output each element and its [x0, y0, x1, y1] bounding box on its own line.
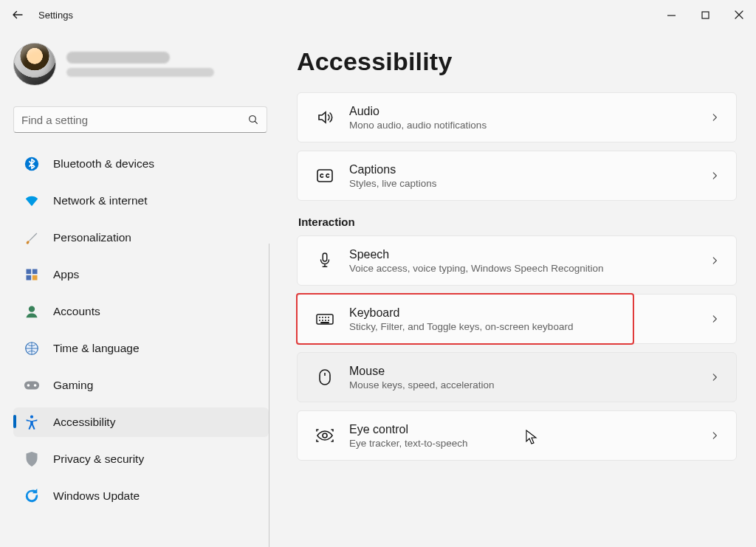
avatar: [13, 43, 56, 86]
card-desc: Mono audio, audio notifications: [349, 120, 487, 131]
card-title: Keyboard: [349, 306, 573, 320]
card-mouse[interactable]: Mouse Mouse keys, speed, acceleration: [297, 352, 737, 402]
divider: [269, 244, 269, 547]
chevron-right-icon: [709, 372, 720, 382]
clock-globe-icon: [24, 340, 40, 357]
card-desc: Voice access, voice typing, Windows Spee…: [349, 263, 603, 274]
apps-icon: [24, 266, 40, 283]
card-keyboard[interactable]: Keyboard Sticky, Filter, and Toggle keys…: [297, 294, 737, 344]
svg-point-12: [30, 416, 33, 419]
card-audio[interactable]: Audio Mono audio, audio notifications: [297, 92, 737, 142]
sidebar-item-label: Time & language: [53, 342, 140, 355]
svg-rect-16: [320, 370, 330, 385]
gamepad-icon: [24, 377, 40, 393]
sidebar-item-label: Privacy & security: [53, 453, 144, 466]
svg-rect-5: [27, 275, 32, 281]
sidebar-item-gaming[interactable]: Gaming: [13, 371, 269, 400]
svg-rect-14: [323, 253, 327, 261]
sidebar-item-label: Windows Update: [53, 489, 140, 503]
svg-point-17: [323, 433, 327, 438]
update-icon: [24, 488, 40, 504]
card-desc: Mouse keys, speed, acceleration: [349, 379, 495, 391]
sidebar-item-label: Personalization: [53, 231, 131, 244]
cursor-icon: [526, 430, 537, 444]
audio-icon: [314, 109, 336, 126]
sidebar-item-apps[interactable]: Apps: [13, 260, 269, 289]
sidebar-item-label: Gaming: [53, 379, 93, 392]
window-title: Settings: [38, 10, 73, 21]
svg-rect-0: [702, 12, 709, 18]
minimize-icon: [667, 11, 676, 19]
nav-list: Bluetooth & devices Network & internet P…: [13, 149, 269, 518]
person-icon: [24, 303, 40, 320]
bluetooth-icon: [24, 156, 40, 172]
sidebar-item-accessibility[interactable]: Accessibility: [13, 407, 269, 437]
wifi-icon: [24, 193, 40, 209]
svg-point-11: [34, 384, 37, 387]
sidebar-item-privacy[interactable]: Privacy & security: [13, 444, 269, 474]
sidebar-item-time-language[interactable]: Time & language: [13, 334, 269, 363]
sidebar-item-label: Accounts: [53, 305, 100, 318]
card-eye-control[interactable]: Eye control Eye tracker, text-to-speech: [297, 410, 737, 461]
chevron-right-icon: [709, 112, 720, 123]
main-content: Accessibility Audio Mono audio, audio no…: [272, 30, 756, 547]
chevron-right-icon: [709, 430, 720, 441]
back-button[interactable]: [4, 1, 31, 28]
svg-rect-9: [24, 382, 39, 390]
sidebar-item-windows-update[interactable]: Windows Update: [13, 481, 269, 511]
sidebar-item-label: Bluetooth & devices: [53, 157, 154, 171]
section-interaction: Interaction: [298, 216, 737, 228]
svg-rect-4: [32, 269, 38, 275]
minimize-button[interactable]: [654, 0, 688, 30]
mouse-icon: [314, 368, 336, 386]
maximize-icon: [701, 11, 709, 19]
eye-icon: [314, 427, 336, 444]
card-captions[interactable]: Captions Styles, live captions: [297, 151, 737, 201]
svg-rect-3: [27, 269, 32, 275]
sidebar-item-accounts[interactable]: Accounts: [13, 297, 269, 326]
sidebar-item-bluetooth[interactable]: Bluetooth & devices: [13, 149, 269, 179]
card-desc: Styles, live captions: [349, 178, 437, 189]
svg-rect-13: [317, 170, 332, 182]
accessibility-icon: [24, 414, 40, 430]
sidebar-item-label: Apps: [53, 268, 79, 281]
search-icon: [247, 114, 259, 125]
user-profile[interactable]: [13, 43, 269, 86]
svg-rect-6: [32, 275, 38, 281]
close-icon: [735, 10, 743, 19]
profile-text: [66, 52, 214, 77]
sidebar-item-network[interactable]: Network & internet: [13, 186, 269, 216]
search-box[interactable]: [13, 106, 267, 133]
sidebar-item-label: Accessibility: [53, 416, 115, 429]
sidebar-item-label: Network & internet: [53, 194, 148, 207]
titlebar: Settings: [0, 0, 756, 30]
card-title: Eye control: [349, 422, 468, 436]
search-input[interactable]: [21, 114, 247, 126]
arrow-left-icon: [11, 8, 24, 21]
card-title: Speech: [349, 247, 603, 261]
card-desc: Sticky, Filter, and Toggle keys, on-scre…: [349, 321, 573, 332]
card-desc: Eye tracker, text-to-speech: [349, 438, 468, 449]
card-speech[interactable]: Speech Voice access, voice typing, Windo…: [297, 235, 737, 286]
svg-point-10: [27, 384, 30, 387]
svg-point-7: [29, 306, 35, 312]
page-title: Accessibility: [297, 47, 737, 76]
sidebar: Bluetooth & devices Network & internet P…: [0, 30, 272, 547]
sidebar-item-personalization[interactable]: Personalization: [13, 223, 269, 252]
window-controls: [654, 0, 756, 30]
paintbrush-icon: [24, 230, 40, 246]
chevron-right-icon: [709, 314, 720, 324]
card-title: Mouse: [349, 364, 495, 378]
chevron-right-icon: [709, 171, 720, 181]
microphone-icon: [314, 252, 336, 269]
maximize-button[interactable]: [688, 0, 722, 30]
keyboard-icon: [314, 312, 336, 326]
shield-icon: [24, 451, 40, 467]
captions-icon: [314, 168, 336, 183]
card-title: Captions: [349, 162, 437, 176]
close-button[interactable]: [722, 0, 756, 30]
chevron-right-icon: [709, 255, 720, 266]
card-title: Audio: [349, 104, 487, 118]
